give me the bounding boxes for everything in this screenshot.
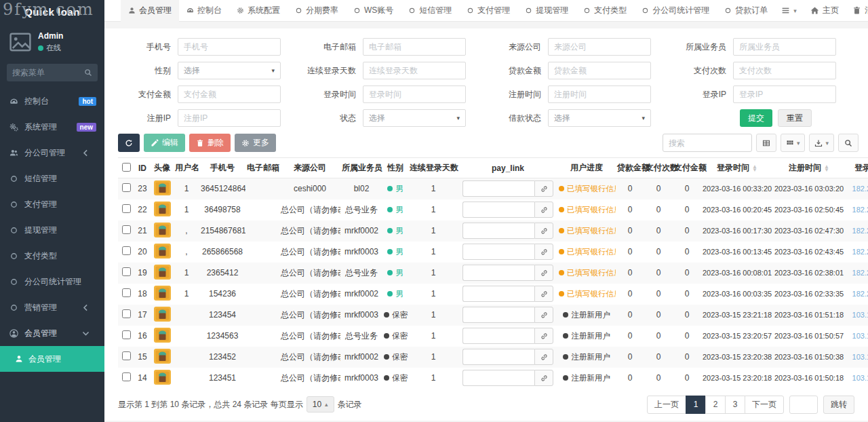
pay-link-button[interactable] bbox=[534, 370, 553, 386]
pay-link-input[interactable] bbox=[462, 223, 534, 239]
cell-login_ip[interactable]: 103.187. bbox=[845, 347, 868, 368]
cell-login_ip[interactable]: 103.187. bbox=[845, 326, 868, 347]
page-button-3[interactable]: 3 bbox=[725, 396, 745, 414]
sidebar-item-paytype[interactable]: 支付类型 bbox=[0, 243, 104, 269]
filter-input[interactable] bbox=[363, 38, 466, 56]
more-button[interactable]: 更多 bbox=[235, 134, 276, 152]
refresh-button[interactable] bbox=[118, 134, 140, 152]
sidebar-subitem-member-list[interactable]: 会员管理 bbox=[0, 346, 104, 372]
ip-link[interactable]: 182.239. bbox=[852, 269, 868, 277]
pay-link-button[interactable] bbox=[534, 180, 553, 197]
row-checkbox[interactable] bbox=[122, 330, 131, 339]
cell-login_ip[interactable]: 103.187. bbox=[845, 305, 868, 326]
filter-select[interactable]: 选择▾ bbox=[178, 62, 281, 79]
ip-link[interactable]: 103.187. bbox=[852, 353, 868, 361]
cell-login_ip[interactable]: 182.239. bbox=[845, 199, 868, 220]
export-button[interactable]: ▾ bbox=[809, 134, 834, 152]
cell-login_ip[interactable]: 182.239. bbox=[845, 242, 868, 263]
pay-link-input[interactable] bbox=[462, 328, 534, 344]
tab-sms[interactable]: 短信管理 bbox=[401, 0, 459, 22]
pay-link-button[interactable] bbox=[534, 202, 553, 218]
jump-button[interactable]: 跳转 bbox=[823, 396, 854, 414]
sidebar-search-input[interactable] bbox=[12, 68, 84, 77]
pay-link-input[interactable] bbox=[462, 370, 534, 386]
filter-input[interactable] bbox=[733, 85, 836, 103]
pay-link-input[interactable] bbox=[462, 349, 534, 365]
row-checkbox[interactable] bbox=[122, 309, 131, 318]
pay-link-input[interactable] bbox=[462, 307, 534, 323]
sidebar-item-branch[interactable]: 分公司管理 bbox=[0, 140, 104, 166]
page-size-select[interactable]: 10 ▴ bbox=[307, 396, 334, 413]
prev-page-button[interactable]: 上一页 bbox=[647, 396, 686, 414]
sidebar-item-branch-stats[interactable]: 分公司统计管理 bbox=[0, 269, 104, 294]
pay-link-input[interactable] bbox=[462, 244, 534, 260]
column-header-reg_time[interactable]: 注册时间▲▼ bbox=[773, 158, 845, 178]
filter-input[interactable] bbox=[548, 85, 651, 103]
tab-member[interactable]: 会员管理 bbox=[121, 0, 179, 22]
sidebar-item-member[interactable]: 会员管理 bbox=[0, 320, 104, 346]
search-button[interactable] bbox=[838, 134, 859, 152]
hamburger-icon[interactable] bbox=[104, 6, 121, 16]
tab-installment[interactable]: 分期费率 bbox=[288, 0, 346, 22]
row-checkbox[interactable] bbox=[122, 246, 131, 255]
row-checkbox[interactable] bbox=[122, 372, 131, 381]
filter-input[interactable] bbox=[363, 85, 466, 103]
tab-withdraw[interactable]: 提现管理 bbox=[517, 0, 576, 22]
tab-sysconfig[interactable]: 系统配置 bbox=[229, 0, 288, 22]
list-dropdown-button[interactable]: ▾ bbox=[775, 0, 803, 22]
filter-select[interactable]: 选择▾ bbox=[363, 109, 466, 127]
row-checkbox[interactable] bbox=[122, 225, 131, 234]
tab-branch-stats[interactable]: 分公司统计管理 bbox=[634, 0, 717, 22]
row-checkbox[interactable] bbox=[122, 183, 131, 192]
pay-link-button[interactable] bbox=[534, 328, 553, 344]
next-page-button[interactable]: 下一页 bbox=[745, 396, 784, 414]
filter-input[interactable] bbox=[178, 109, 281, 127]
clear-cache-button[interactable]: 清除缓存 bbox=[846, 0, 868, 22]
ip-link[interactable]: 182.239. bbox=[852, 290, 868, 298]
tab-payment[interactable]: 支付管理 bbox=[459, 0, 517, 22]
page-button-2[interactable]: 2 bbox=[705, 396, 726, 414]
ip-link[interactable]: 182.239. bbox=[852, 248, 868, 256]
ip-link[interactable]: 103.187. bbox=[852, 374, 868, 382]
pay-link-button[interactable] bbox=[534, 265, 553, 281]
toggle-view-button[interactable] bbox=[756, 134, 776, 152]
pay-link-input[interactable] bbox=[462, 202, 534, 218]
ip-link[interactable]: 182.239. bbox=[852, 185, 868, 193]
cell-login_ip[interactable]: 182.239. bbox=[845, 263, 868, 284]
ip-link[interactable]: 103.187. bbox=[852, 332, 868, 340]
tab-paytype[interactable]: 支付类型 bbox=[576, 0, 634, 22]
pay-link-button[interactable] bbox=[534, 349, 553, 365]
sidebar-item-console[interactable]: 控制台hot bbox=[0, 88, 104, 114]
pay-link-button[interactable] bbox=[534, 307, 553, 323]
delete-button[interactable]: 删除 bbox=[189, 134, 231, 152]
sidebar-item-marketing[interactable]: 营销管理 bbox=[0, 294, 104, 320]
select-all-checkbox[interactable] bbox=[122, 163, 131, 172]
pay-link-input[interactable] bbox=[462, 180, 534, 197]
reset-button[interactable]: 重置 bbox=[778, 109, 812, 127]
filter-input[interactable] bbox=[733, 62, 836, 79]
row-checkbox[interactable] bbox=[122, 204, 131, 213]
pay-link-button[interactable] bbox=[534, 244, 553, 260]
tab-loan-orders[interactable]: 贷款订单 bbox=[717, 0, 775, 22]
ip-link[interactable]: 182.239. bbox=[852, 227, 868, 235]
tab-console[interactable]: 控制台 bbox=[179, 0, 229, 22]
row-checkbox[interactable] bbox=[122, 288, 131, 297]
column-header-login_time[interactable]: 登录时间▲▼ bbox=[701, 158, 773, 178]
edit-button[interactable]: 编辑 bbox=[144, 134, 185, 152]
submit-button[interactable]: 提交 bbox=[740, 109, 772, 127]
page-button-1[interactable]: 1 bbox=[686, 396, 706, 414]
filter-input[interactable] bbox=[548, 62, 651, 79]
row-checkbox[interactable] bbox=[122, 351, 131, 360]
filter-input[interactable] bbox=[178, 85, 281, 103]
pay-link-input[interactable] bbox=[462, 286, 534, 302]
pay-link-button[interactable] bbox=[534, 223, 553, 239]
cell-login_ip[interactable]: 182.239. bbox=[845, 178, 868, 199]
pay-link-input[interactable] bbox=[462, 265, 534, 281]
table-search-input[interactable] bbox=[663, 134, 752, 152]
sidebar-item-sms[interactable]: 短信管理 bbox=[0, 166, 104, 191]
jump-page-input[interactable] bbox=[789, 396, 818, 414]
sidebar-item-system[interactable]: 系统管理new bbox=[0, 114, 104, 140]
filter-input[interactable] bbox=[733, 38, 836, 56]
ip-link[interactable]: 182.239. bbox=[852, 206, 868, 214]
cell-login_ip[interactable]: 182.239. bbox=[845, 284, 868, 305]
